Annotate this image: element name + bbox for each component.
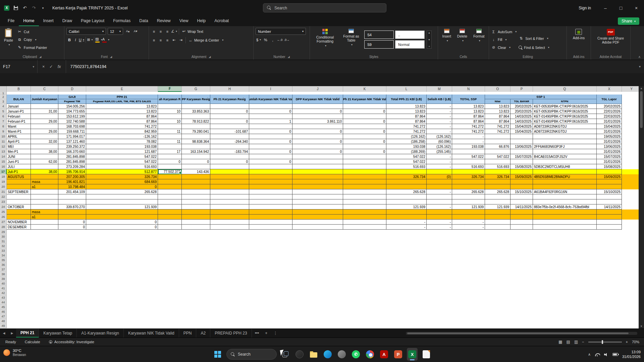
- cell-Q9[interactable]: AD8723IR22NKGTDJ: [533, 129, 597, 134]
- cell-M14[interactable]: -: [427, 154, 452, 159]
- cell-J24[interactable]: [292, 204, 343, 209]
- align-middle-icon[interactable]: ≡: [158, 28, 164, 35]
- excel-logo-icon[interactable]: X: [4, 5, 9, 11]
- cell-Q22[interactable]: [533, 194, 597, 199]
- cell-O22[interactable]: [485, 194, 511, 199]
- column-header-Y[interactable]: Y: [622, 86, 639, 92]
- row-header-23[interactable]: 23: [0, 199, 7, 204]
- column-header-J[interactable]: J: [292, 86, 343, 92]
- font-name-combo[interactable]: Calibri▾: [66, 28, 106, 35]
- cell-H10[interactable]: [210, 134, 249, 139]
- cell-H26[interactable]: [210, 215, 249, 220]
- cell-O8[interactable]: 741.272: [485, 124, 511, 129]
- cell-Y23[interactable]: [622, 199, 639, 204]
- cell-E20[interactable]: 0: [86, 184, 158, 189]
- number-format-combo[interactable]: Number▾: [256, 28, 306, 35]
- cell-B13[interactable]: Mei-P1: [7, 149, 31, 154]
- find-select-button[interactable]: Find & Select: [519, 44, 549, 51]
- addins-button[interactable]: ▦Add-ins: [571, 28, 587, 41]
- cell-H27[interactable]: [210, 220, 249, 225]
- cell-M20[interactable]: [427, 184, 452, 189]
- row-header-45[interactable]: 45: [0, 305, 7, 309]
- cell-L17[interactable]: [386, 169, 427, 174]
- cell-Y25[interactable]: [622, 209, 639, 215]
- cell-J27[interactable]: [292, 220, 343, 225]
- name-box-chevron-icon[interactable]: ▾: [33, 65, 34, 68]
- cell-Q10[interactable]: [533, 134, 597, 139]
- cell-C28[interactable]: [31, 225, 58, 230]
- cell-Y27[interactable]: [622, 220, 639, 225]
- cell-O7[interactable]: 87.864: [485, 119, 511, 124]
- borders-button[interactable]: ⊞: [87, 37, 93, 43]
- cell-I10[interactable]: [249, 134, 292, 139]
- cell-J9[interactable]: 0: [292, 129, 343, 134]
- cell-Q28[interactable]: [533, 225, 597, 230]
- column-header-M[interactable]: M: [427, 86, 452, 92]
- cell-X6[interactable]: 22/03/2025: [597, 114, 622, 119]
- scroll-up-icon[interactable]: ▲: [640, 87, 643, 90]
- cell-O11[interactable]: [485, 139, 511, 144]
- undo-button[interactable]: ↶: [22, 5, 28, 11]
- cell-D11[interactable]: 137.121.460: [58, 139, 86, 144]
- cell-P25[interactable]: [511, 209, 533, 215]
- cell-D12[interactable]: 239.250.372: [58, 144, 86, 149]
- cell-F25[interactable]: [158, 209, 182, 215]
- cell-N17[interactable]: [452, 169, 485, 174]
- cell-P16[interactable]: 15/08/2025: [511, 164, 533, 169]
- cell-I15[interactable]: 0: [249, 159, 292, 164]
- cell-Q25[interactable]: [533, 209, 597, 215]
- cell-X13[interactable]: 31/01/2026: [597, 149, 622, 154]
- cell-E17[interactable]: 512.877: [86, 169, 158, 174]
- row-header-22[interactable]: 22: [0, 194, 7, 199]
- sheet-tab-a1-karyawan-resign[interactable]: A1-Karyawan Resign: [77, 329, 124, 338]
- cell-J15[interactable]: [292, 159, 343, 164]
- clock[interactable]: 13:09 31/01/2026: [622, 350, 641, 359]
- taskbar-search-box[interactable]: Search: [226, 349, 277, 360]
- cell-H13[interactable]: -183.794: [210, 149, 249, 154]
- cell-F4[interactable]: [158, 104, 182, 109]
- cell-L20[interactable]: [386, 184, 427, 189]
- header-selisih-kb-lb-[interactable]: Selisih KB / (LB): [427, 95, 452, 104]
- cell-P22[interactable]: [511, 194, 533, 199]
- cell-N8[interactable]: 741.272: [452, 124, 485, 129]
- cell-H23[interactable]: [210, 199, 249, 204]
- cell-Y14[interactable]: [622, 154, 639, 159]
- cell-X10[interactable]: 19/05/2025: [597, 134, 622, 139]
- cell-L9[interactable]: 741.272: [386, 129, 427, 134]
- header-gaji[interactable]: GAJI: [58, 95, 86, 99]
- cell-G13[interactable]: 163.154.942: [182, 149, 210, 154]
- cell-D22[interactable]: [58, 194, 86, 199]
- cell-J10[interactable]: [292, 134, 343, 139]
- row-header-42[interactable]: 42: [0, 291, 7, 295]
- cell-X26[interactable]: [597, 215, 622, 220]
- cell-H20[interactable]: [210, 184, 249, 189]
- cell-M7[interactable]: -: [427, 119, 452, 124]
- cell-N26[interactable]: [452, 215, 485, 220]
- header-ah-karyawan-r[interactable]: ah Karyawan R: [158, 95, 182, 104]
- cell-K13[interactable]: 0: [343, 149, 386, 154]
- cell-M13[interactable]: (255.145): [427, 149, 452, 154]
- cell-I11[interactable]: 0: [249, 139, 292, 144]
- cell-G25[interactable]: [182, 209, 210, 215]
- cell-F14[interactable]: [158, 154, 182, 159]
- row-header-19[interactable]: 19: [0, 179, 7, 184]
- cell-C10[interactable]: [31, 134, 58, 139]
- cell-G9[interactable]: 79.280.041: [182, 129, 210, 134]
- cell-X23[interactable]: [597, 199, 622, 204]
- horizontal-scroll-thumb[interactable]: [407, 333, 629, 334]
- fill-color-button[interactable]: ▨: [95, 37, 102, 43]
- row-header-25[interactable]: 25: [0, 209, 7, 215]
- cell-M17[interactable]: [427, 169, 452, 174]
- cell-Y4[interactable]: [622, 104, 639, 109]
- cell-O19[interactable]: [485, 179, 511, 184]
- cell-C17[interactable]: 38,00: [31, 169, 58, 174]
- cell-Y13[interactable]: [622, 149, 639, 154]
- sheet-nav-right-icon[interactable]: ▶: [8, 331, 16, 335]
- cell-I18[interactable]: [249, 174, 292, 179]
- cell-O25[interactable]: [485, 209, 511, 215]
- cell-I28[interactable]: [249, 225, 292, 230]
- cell-M28[interactable]: -: [427, 225, 452, 230]
- cell-G8[interactable]: [182, 124, 210, 129]
- cell-D18[interactable]: 207.200.305: [58, 174, 86, 179]
- cell-Y5[interactable]: [622, 109, 639, 114]
